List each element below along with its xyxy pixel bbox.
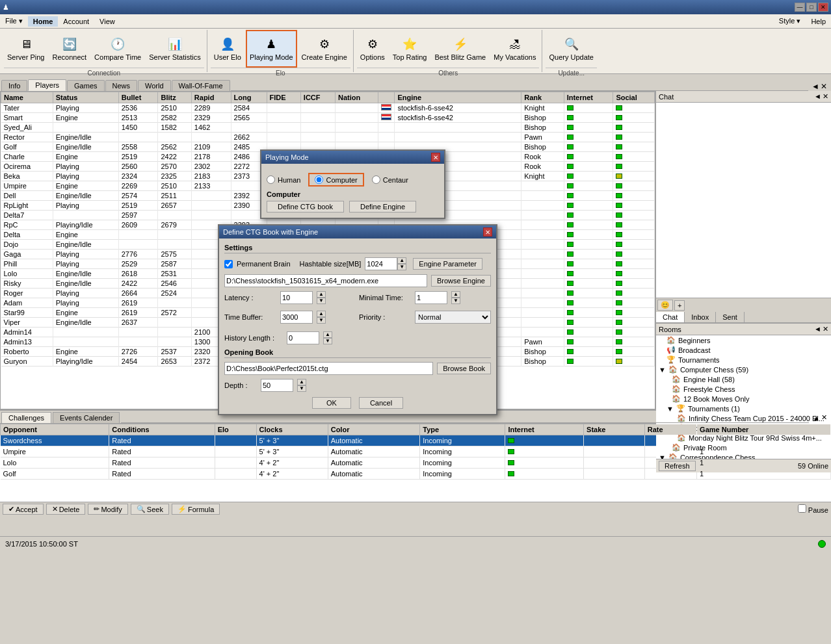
chat-plus-button[interactable]: +: [674, 300, 685, 311]
room-item-engine-hall[interactable]: 🏠 Engine Hall (58): [656, 374, 831, 384]
ch-col-internet[interactable]: Internet: [505, 424, 584, 435]
table-row[interactable]: Smart Engine 2513 2582 2329 2565 stockfi…: [1, 113, 655, 123]
depth-input[interactable]: [261, 379, 293, 392]
best-blitz-button[interactable]: ⚡ Best Blitz Game: [431, 30, 489, 68]
human-radio[interactable]: [267, 175, 275, 184]
col-long[interactable]: Long: [231, 92, 267, 103]
define-engine-button[interactable]: Define Engine: [349, 201, 416, 213]
query-update-button[interactable]: 🔍 Query Update: [546, 30, 596, 68]
latency-up-btn[interactable]: ▲: [317, 291, 326, 298]
ch-col-stake[interactable]: Stake: [584, 424, 645, 435]
chat-collapse-icon[interactable]: ◄: [814, 92, 821, 101]
col-iccf[interactable]: ICCF: [300, 92, 335, 103]
cancel-button[interactable]: Cancel: [359, 397, 403, 409]
bottom-collapse-icon[interactable]: ▲: [813, 414, 820, 422]
rooms-collapse-icon[interactable]: ◄: [814, 325, 821, 333]
room-item-computer-chess[interactable]: ▼ 🏠 Computer Chess (59): [656, 365, 831, 374]
priority-select[interactable]: Normal High Low: [415, 311, 491, 324]
col-rank[interactable]: Rank: [521, 92, 564, 103]
chat-tab-inbox[interactable]: Inbox: [685, 312, 716, 322]
engine-path-input[interactable]: [224, 274, 427, 287]
col-status[interactable]: Status: [53, 92, 118, 103]
panel-collapse-btn[interactable]: ◄: [811, 82, 819, 91]
pause-checkbox[interactable]: [798, 504, 806, 513]
latency-input[interactable]: [280, 291, 313, 304]
room-item-tournaments[interactable]: 🏆 Tournaments: [656, 355, 831, 365]
user-elo-button[interactable]: 👤 User Elo: [211, 30, 244, 68]
maximize-button[interactable]: □: [806, 3, 817, 12]
room-item-broadcast[interactable]: 📢 Broadcast: [656, 345, 831, 355]
col-fide[interactable]: FIDE: [267, 92, 300, 103]
bottom-close-icon[interactable]: ✕: [821, 413, 827, 422]
tab-games[interactable]: Games: [67, 80, 104, 91]
browse-engine-button[interactable]: Browse Engine: [431, 275, 491, 287]
ok-button[interactable]: OK: [312, 397, 351, 409]
buffer-down-btn[interactable]: ▼: [317, 317, 326, 324]
delete-button[interactable]: ✕ Delete: [46, 504, 86, 515]
chat-close-icon[interactable]: ✕: [823, 92, 828, 101]
room-item-correspondence[interactable]: ▼ 🏠 Correspondence Chess: [656, 452, 831, 459]
col-nation[interactable]: Nation: [336, 92, 378, 103]
latency-down-btn[interactable]: ▼: [317, 298, 326, 304]
browse-book-button[interactable]: Browse Book: [437, 363, 491, 374]
centaur-radio[interactable]: [372, 175, 380, 184]
col-rapid[interactable]: Rapid: [191, 92, 231, 103]
accept-button[interactable]: ✔ Accept: [3, 504, 44, 515]
expand-tournaments-icon[interactable]: ▼: [666, 405, 674, 413]
menu-view[interactable]: View: [94, 16, 120, 27]
menu-home[interactable]: Home: [28, 16, 59, 27]
table-row[interactable]: Rector Engine/Idle 2662 Pawn: [1, 133, 655, 142]
chat-tab-sent[interactable]: Sent: [716, 312, 745, 322]
chat-smiley-button[interactable]: 😊: [657, 300, 673, 311]
book-path-input[interactable]: [224, 362, 433, 375]
define-ctg-button[interactable]: Define CTG book: [267, 201, 344, 213]
menu-file[interactable]: File ▾: [0, 16, 28, 27]
minimal-up-btn[interactable]: ▲: [451, 291, 460, 298]
ch-col-conditions[interactable]: Conditions: [109, 424, 215, 435]
depth-up-btn[interactable]: ▲: [297, 379, 306, 385]
table-row[interactable]: Tater Playing 2536 2510 2289 2584 stockf…: [1, 103, 655, 113]
hashtable-input[interactable]: [365, 257, 397, 270]
col-bullet[interactable]: Bullet: [118, 92, 158, 103]
server-statistics-button[interactable]: 📊 Server Statistics: [146, 30, 204, 68]
tab-challenges[interactable]: Challenges: [1, 412, 51, 423]
hashtable-down-btn[interactable]: ▼: [397, 264, 406, 270]
minimal-time-input[interactable]: [415, 291, 447, 304]
seek-button[interactable]: 🔍 Seek: [131, 504, 169, 515]
table-row[interactable]: Syed_Ali 1450 1582 1462 Bishop: [1, 123, 655, 133]
computer-radio[interactable]: [315, 175, 323, 184]
create-engine-button[interactable]: ⚙ Create Engine: [298, 30, 350, 68]
history-down-btn[interactable]: ▼: [323, 338, 332, 344]
rooms-close-icon[interactable]: ✕: [823, 325, 828, 333]
buffer-up-btn[interactable]: ▲: [317, 311, 326, 317]
chat-tab-chat[interactable]: Chat: [656, 312, 685, 322]
close-button[interactable]: ✕: [818, 3, 828, 12]
ch-col-elo[interactable]: Elo: [215, 424, 256, 435]
room-item-freestyle[interactable]: 🏠 Freestyle Chess: [656, 384, 831, 394]
col-name[interactable]: Name: [1, 92, 53, 103]
menu-account[interactable]: Account: [58, 16, 94, 27]
reconnect-button[interactable]: 🔄 Reconnect: [49, 30, 90, 68]
col-engine[interactable]: Engine: [395, 92, 521, 103]
rooms-content[interactable]: 🏠 Beginners 📢 Broadcast 🏆 Tournaments ▼ …: [656, 335, 831, 459]
expand-computer-chess-icon[interactable]: ▼: [659, 366, 666, 374]
ch-col-game[interactable]: Game Number: [697, 424, 831, 435]
tab-wall-of-fame[interactable]: Wall-Of-Fame: [172, 80, 230, 91]
engine-param-button[interactable]: Engine Parameter: [413, 258, 482, 270]
history-up-btn[interactable]: ▲: [323, 331, 332, 338]
human-option[interactable]: Human: [267, 175, 300, 184]
expand-correspondence-icon[interactable]: ▼: [659, 454, 666, 459]
computer-option[interactable]: Computer: [308, 173, 363, 187]
room-item-private[interactable]: 🏠 Private Room: [656, 443, 831, 452]
col-blitz[interactable]: Blitz: [158, 92, 191, 103]
titlebar-controls[interactable]: — □ ✕: [795, 3, 828, 12]
minimal-down-btn[interactable]: ▼: [451, 298, 460, 304]
tab-news[interactable]: News: [105, 80, 138, 91]
tab-world[interactable]: World: [138, 80, 171, 91]
tab-info[interactable]: Info: [1, 80, 27, 91]
panel-close-btn[interactable]: ✕: [821, 82, 827, 91]
col-internet[interactable]: Internet: [564, 92, 613, 103]
playing-mode-button[interactable]: ♟ Playing Mode: [246, 30, 297, 68]
ch-col-rate[interactable]: Rate: [644, 424, 696, 435]
minimize-button[interactable]: —: [795, 3, 805, 12]
